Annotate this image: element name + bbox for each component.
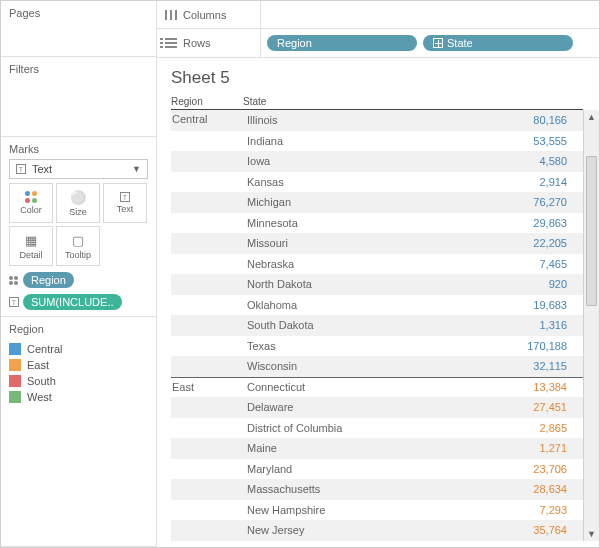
legend-item-south[interactable]: South <box>9 375 148 387</box>
marks-title: Marks <box>9 143 148 155</box>
vertical-scrollbar[interactable]: ▲ ▼ <box>583 110 599 541</box>
cell-state: Maine <box>243 442 455 454</box>
table-row[interactable]: Missouri22,205 <box>171 233 583 254</box>
table-row[interactable]: Delaware27,451 <box>171 397 583 418</box>
table-row[interactable]: Massachusetts28,634 <box>171 479 583 500</box>
marks-size-button[interactable]: ⚪ Size <box>56 183 100 223</box>
legend-swatch-icon <box>9 375 21 387</box>
cell-value: 22,205 <box>455 237 577 249</box>
cell-value: 7,465 <box>455 258 577 270</box>
cell-value: 2,914 <box>455 176 577 188</box>
legend-item-east[interactable]: East <box>9 359 148 371</box>
rows-shelf[interactable]: Rows RegionState <box>157 29 599 57</box>
cell-value: 28,634 <box>455 483 577 495</box>
cell-region <box>171 479 243 482</box>
table-row[interactable]: Kansas2,914 <box>171 172 583 193</box>
legend-item-west[interactable]: West <box>9 391 148 403</box>
table-row[interactable]: North Dakota920 <box>171 274 583 295</box>
table-row[interactable]: CentralIllinois80,166 <box>171 110 583 131</box>
legend-item-central[interactable]: Central <box>9 343 148 355</box>
rows-pill-region[interactable]: Region <box>267 35 417 51</box>
legend-label: South <box>27 375 56 387</box>
table-row[interactable]: District of Columbia2,865 <box>171 418 583 439</box>
cell-region <box>171 254 243 257</box>
cell-region <box>171 315 243 318</box>
cell-state: Michigan <box>243 196 455 208</box>
table-row[interactable]: Texas170,188 <box>171 336 583 357</box>
marks-text-label: Text <box>117 204 134 214</box>
table-row[interactable]: Minnesota29,863 <box>171 213 583 234</box>
cell-region <box>171 520 243 523</box>
rows-pill-state[interactable]: State <box>423 35 573 51</box>
cell-state: Connecticut <box>243 381 455 393</box>
marks-detail-button[interactable]: ▦ Detail <box>9 226 53 266</box>
cell-region <box>171 418 243 421</box>
cell-region <box>171 172 243 175</box>
left-panel: Pages Filters Marks TText ▼ Color ⚪ <box>1 1 157 547</box>
header-state[interactable]: State <box>243 96 583 107</box>
table-row[interactable]: Maryland23,706 <box>171 459 583 480</box>
mark-type-select[interactable]: TText ▼ <box>9 159 148 179</box>
legend-label: East <box>27 359 49 371</box>
legend-swatch-icon <box>9 343 21 355</box>
cell-value: 35,764 <box>455 524 577 536</box>
cell-region <box>171 192 243 195</box>
region-legend-title: Region <box>9 323 148 335</box>
cell-state: New Jersey <box>243 524 455 536</box>
table-row[interactable]: Michigan76,270 <box>171 192 583 213</box>
marks-tooltip-label: Tooltip <box>65 250 91 260</box>
detail-icon: ▦ <box>25 233 37 248</box>
color-icon <box>25 191 37 203</box>
table-row[interactable]: Indiana53,555 <box>171 131 583 152</box>
cell-value: 7,293 <box>455 504 577 516</box>
pill-label: State <box>447 37 473 49</box>
text-target-icon: T <box>9 297 19 307</box>
columns-shelf[interactable]: Columns <box>157 1 599 29</box>
table-row[interactable]: South Dakota1,316 <box>171 315 583 336</box>
data-table: CentralIllinois80,166Indiana53,555Iowa4,… <box>171 110 583 541</box>
cell-region: Central <box>171 110 243 125</box>
cell-region <box>171 213 243 216</box>
cell-value: 920 <box>455 278 577 290</box>
shelves: Columns Rows RegionState <box>157 1 599 58</box>
marks-pill-sum-include[interactable]: SUM(INCLUDE.. <box>23 294 122 310</box>
rows-label: Rows <box>183 37 211 49</box>
marks-text-button[interactable]: T Text <box>103 183 147 223</box>
sheet-title[interactable]: Sheet 5 <box>171 68 599 88</box>
marks-tooltip-button[interactable]: ▢ Tooltip <box>56 226 100 266</box>
cell-state: Texas <box>243 340 455 352</box>
table-row[interactable]: Iowa4,580 <box>171 151 583 172</box>
cell-state: Maryland <box>243 463 455 475</box>
cell-value: 29,863 <box>455 217 577 229</box>
scroll-track[interactable] <box>584 124 599 527</box>
filters-title: Filters <box>9 63 148 75</box>
cell-state: New Hampshire <box>243 504 455 516</box>
header-region[interactable]: Region <box>171 96 243 107</box>
marks-color-button[interactable]: Color <box>9 183 53 223</box>
columns-label: Columns <box>183 9 226 21</box>
scroll-down-icon[interactable]: ▼ <box>584 527 599 541</box>
table-row[interactable]: Maine1,271 <box>171 438 583 459</box>
rows-icon <box>165 38 177 48</box>
table-row[interactable]: EastConnecticut13,384 <box>171 377 583 398</box>
marks-pill-region[interactable]: Region <box>23 272 74 288</box>
legend-label: Central <box>27 343 62 355</box>
cell-value: 4,580 <box>455 155 577 167</box>
table-row[interactable]: Oklahoma19,683 <box>171 295 583 316</box>
expand-icon <box>433 38 443 48</box>
size-icon: ⚪ <box>70 190 86 205</box>
table-row[interactable]: New Hampshire7,293 <box>171 500 583 521</box>
scroll-up-icon[interactable]: ▲ <box>584 110 599 124</box>
cell-state: Delaware <box>243 401 455 413</box>
table-row[interactable]: New Jersey35,764 <box>171 520 583 541</box>
text-icon: T <box>120 192 130 202</box>
cell-state: Illinois <box>243 114 455 126</box>
legend-swatch-icon <box>9 359 21 371</box>
table-row[interactable]: Wisconsin32,115 <box>171 356 583 377</box>
cell-state: Kansas <box>243 176 455 188</box>
cell-state: Minnesota <box>243 217 455 229</box>
scroll-thumb[interactable] <box>586 156 597 306</box>
table-row[interactable]: Nebraska7,465 <box>171 254 583 275</box>
cell-value: 80,166 <box>455 114 577 126</box>
cell-region <box>171 500 243 503</box>
